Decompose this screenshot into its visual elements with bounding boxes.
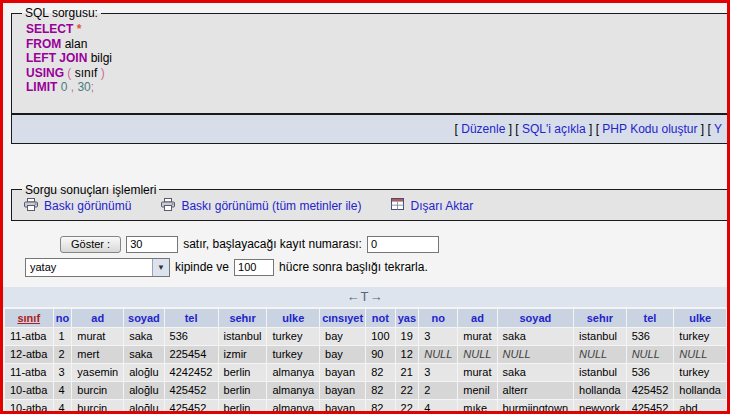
start-record-input[interactable]	[367, 236, 439, 253]
table-cell: 1	[54, 328, 72, 345]
table-cell: 11-atba	[5, 364, 53, 381]
table-cell: murat	[458, 328, 496, 345]
table-cell: NULL	[458, 346, 496, 363]
column-sort-link[interactable]: cınsıyet	[322, 312, 363, 324]
table-cell: 536	[627, 364, 674, 381]
query-operations-row: Baskı görünümü Baskı görünümü (tüm metin…	[20, 197, 726, 216]
column-sort-link[interactable]: soyad	[519, 312, 551, 324]
table-cell: bayan	[320, 364, 365, 381]
column-sort-link[interactable]: no	[432, 312, 445, 324]
sql-token: )	[101, 66, 105, 80]
column-sort-link[interactable]: soyad	[128, 312, 160, 324]
sql-line: SELECT *	[26, 22, 726, 37]
table-cell: 22	[396, 400, 419, 414]
baskı-görünümü-link[interactable]: Baskı görünümü	[24, 198, 131, 214]
table-cell: hollanda	[574, 382, 626, 399]
table-cell: berlin	[219, 382, 267, 399]
column-sort-link[interactable]: ulke	[282, 312, 304, 324]
table-cell: burcin	[72, 382, 123, 399]
table-cell: NULL	[574, 346, 626, 363]
table-cell: abd	[674, 400, 726, 414]
rows-count-input[interactable]	[126, 236, 178, 253]
sql-token: LEFT JOIN	[26, 51, 87, 65]
table-cell: 21	[396, 364, 419, 381]
column-sort-link[interactable]: sınıf	[17, 312, 40, 324]
column-sort-link[interactable]: tel	[185, 312, 198, 324]
column-header: ad	[72, 309, 123, 327]
show-button[interactable]: Göster :	[60, 236, 121, 253]
column-sort-link[interactable]: not	[372, 312, 389, 324]
column-sort-link[interactable]: sehır	[587, 312, 613, 324]
direction-toggle[interactable]: ←T→	[347, 289, 384, 304]
table-cell: 536	[165, 328, 218, 345]
repeat-headers-input[interactable]	[234, 259, 274, 276]
table-cell: NULL	[627, 346, 674, 363]
column-header: no	[54, 309, 72, 327]
dışarı-aktar-link[interactable]: Dışarı Aktar	[391, 198, 473, 213]
table-cell: almanya	[267, 382, 319, 399]
sql-action-link[interactable]: SQL'i açıkla	[522, 122, 586, 136]
display-mode-select[interactable]: yatay ▼	[25, 258, 170, 277]
query-operations-panel: Sorgu sonuçları işlemleri Baskı görünümü…	[11, 183, 730, 221]
column-header: ad	[458, 309, 496, 327]
column-header: yas	[396, 309, 419, 327]
table-cell: saka	[124, 346, 163, 363]
table-cell: 4242452	[165, 364, 218, 381]
sql-token: alan	[61, 37, 87, 51]
display-mode-value: yatay	[30, 261, 56, 273]
sql-line: LIMIT 0 , 30;	[26, 80, 726, 95]
table-cell: 4	[419, 400, 457, 414]
column-sort-link[interactable]: sehır	[229, 312, 255, 324]
baskı-görünümü-tüm-metinler-ile--link[interactable]: Baskı görünümü (tüm metinler ile)	[161, 198, 361, 214]
table-cell: hollanda	[674, 382, 726, 399]
column-sort-link[interactable]: yas	[398, 312, 416, 324]
table-cell: 3	[419, 364, 457, 381]
table-cell: bayan	[320, 400, 365, 414]
table-cell: newyork	[574, 400, 626, 414]
column-sort-link[interactable]: ulke	[689, 312, 711, 324]
table-cell: 90	[366, 346, 394, 363]
table-cell: 12-atba	[5, 346, 53, 363]
table-cell: bay	[320, 328, 365, 345]
column-header: tel	[627, 309, 674, 327]
bracket: ]	[698, 122, 705, 136]
chevron-down-icon[interactable]: ▼	[152, 259, 169, 276]
table-cell: berlin	[219, 400, 267, 414]
printer-icon	[161, 198, 175, 214]
table-cell: 10-atba	[5, 382, 53, 399]
sql-token: 30	[77, 80, 90, 94]
bracket: ]	[586, 122, 593, 136]
table-cell: berlin	[219, 364, 267, 381]
column-sort-link[interactable]: tel	[644, 312, 657, 324]
sql-token: *	[77, 22, 82, 36]
column-header: cınsıyet	[320, 309, 365, 327]
table-cell: 4	[54, 382, 72, 399]
table-cell: bayan	[320, 382, 365, 399]
printer-icon	[24, 198, 38, 214]
query-operations-legend: Sorgu sonuçları işlemleri	[22, 183, 159, 197]
table-cell: burcin	[72, 400, 123, 414]
column-sort-link[interactable]: no	[56, 312, 69, 324]
sql-token: FROM	[26, 37, 61, 51]
column-header: tel	[165, 309, 218, 327]
table-cell: 536	[627, 328, 674, 345]
mode-label: kipinde ve	[175, 260, 229, 274]
table-cell: 425452	[165, 382, 218, 399]
sql-actions-bar: [ Düzenle ] [ SQL'i açıkla ] [ PHP Kodu …	[11, 114, 730, 144]
table-row: 12-atba2mertsaka225454izmirturkeybay9012…	[5, 346, 726, 363]
column-header: ulke	[674, 309, 726, 327]
column-sort-link[interactable]: ad	[91, 312, 104, 324]
sql-action-link[interactable]: PHP Kodu oluştur	[602, 122, 697, 136]
sql-line: LEFT JOIN bilgi	[26, 51, 726, 66]
table-row: 11-atba1muratsaka536istanbulturkeybay100…	[5, 328, 726, 345]
column-sort-link[interactable]: ad	[471, 312, 484, 324]
table-cell: murat	[72, 328, 123, 345]
results-table: sınıfnoadsoyadtelsehırulkecınsıyetnotyas…	[4, 308, 727, 414]
sql-action-link[interactable]: Düzenle	[461, 122, 505, 136]
sql-action-link[interactable]: Y	[714, 122, 722, 136]
table-cell: aloğlu	[124, 364, 163, 381]
table-cell: almanya	[267, 400, 319, 414]
column-header: sehır	[219, 309, 267, 327]
table-cell: 225454	[165, 346, 218, 363]
sql-token: ,	[67, 80, 77, 94]
